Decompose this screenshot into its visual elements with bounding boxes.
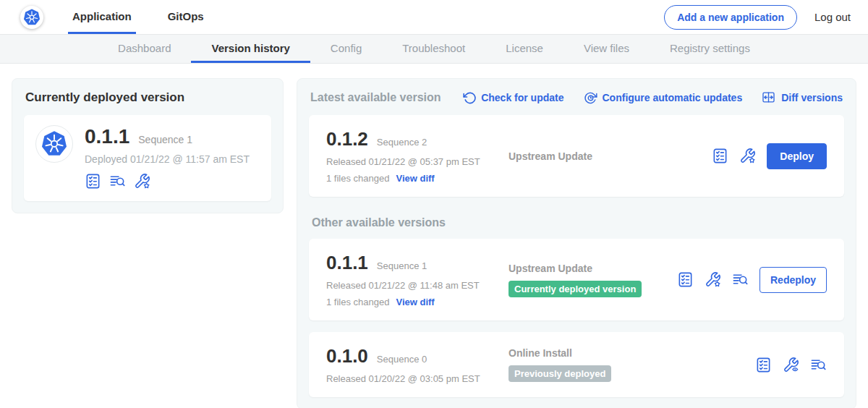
files-changed: 1 files changed — [326, 173, 389, 184]
version-info: 0.1.2 Sequence 2 Released 01/21/22 @ 05:… — [326, 128, 509, 184]
view-config-icon[interactable] — [783, 357, 799, 373]
version-row-0.1.2: 0.1.2 Sequence 2 Released 01/21/22 @ 05:… — [309, 115, 844, 197]
refresh-icon — [463, 91, 476, 104]
version-actions: Deploy — [712, 143, 827, 169]
logout-link[interactable]: Log out — [814, 11, 851, 23]
nav-item-label: GitOps — [168, 10, 204, 22]
primary-nav: Application GitOps — [68, 0, 236, 34]
check-for-update-label: Check for update — [481, 92, 563, 103]
deployed-sequence: Sequence 1 — [138, 134, 192, 145]
version-actions: Redeploy — [677, 267, 827, 293]
top-bar: Application GitOps Add a new application… — [0, 0, 868, 34]
deployed-version-info: 0.1.1 Sequence 1 Deployed 01/21/22 @ 11:… — [85, 125, 250, 190]
deployed-version-card: 0.1.1 Sequence 1 Deployed 01/21/22 @ 11:… — [24, 115, 271, 201]
check-for-update-link[interactable]: Check for update — [463, 90, 563, 105]
app-logo — [35, 125, 73, 163]
released-timestamp: Released 01/21/22 @ 11:48 am EST — [326, 280, 509, 291]
kubernetes-helm-icon — [40, 129, 69, 158]
preflight-checks-icon[interactable] — [677, 271, 694, 288]
diff-versions-label: Diff versions — [781, 92, 843, 103]
edit-config-icon[interactable] — [705, 271, 721, 288]
other-versions-title: Other available versions — [312, 216, 841, 229]
tab-license[interactable]: License — [485, 35, 563, 63]
version-row-0.1.1: 0.1.1 Sequence 1 Released 01/21/22 @ 11:… — [309, 239, 844, 320]
tab-label: Version history — [211, 42, 289, 54]
tab-label: Registry settings — [670, 42, 750, 54]
version-sequence: Sequence 2 — [377, 137, 427, 148]
app-logo-badge — [20, 6, 43, 29]
configure-auto-updates-label: Configure automatic updates — [603, 92, 743, 103]
diff-icon — [762, 90, 776, 105]
nav-item-gitops[interactable]: GitOps — [163, 0, 208, 34]
version-number: 0.1.0 — [326, 345, 368, 367]
files-changed: 1 files changed — [326, 297, 389, 307]
redeploy-button[interactable]: Redeploy — [760, 267, 827, 293]
version-sequence: Sequence 1 — [377, 260, 427, 271]
available-versions-header: Latest available version Check for updat… — [310, 90, 843, 105]
version-source: Upstream Update Currently deployed versi… — [509, 263, 677, 297]
available-versions-card: Latest available version Check for updat… — [297, 78, 856, 408]
nav-item-label: Application — [72, 10, 132, 22]
nav-item-application[interactable]: Application — [68, 0, 136, 34]
deployed-action-icons — [85, 173, 250, 190]
tab-troubleshoot[interactable]: Troubleshoot — [382, 35, 485, 63]
tab-label: Config — [331, 42, 362, 54]
version-number: 0.1.2 — [326, 128, 368, 150]
app-tab-bar: Dashboard Version history Config Trouble… — [0, 34, 868, 64]
edit-config-icon[interactable] — [134, 173, 150, 190]
edit-config-icon[interactable] — [739, 148, 756, 164]
kubernetes-helm-icon — [22, 8, 41, 27]
version-sequence: Sequence 0 — [377, 354, 427, 365]
version-info: 0.1.0 Sequence 0 Released 01/20/22 @ 03:… — [326, 345, 509, 384]
version-source: Upstream Update — [509, 150, 712, 162]
view-diff-link[interactable]: View diff — [396, 173, 434, 184]
top-bar-actions: Add a new application Log out — [664, 0, 851, 34]
version-number: 0.1.1 — [326, 252, 368, 274]
version-info: 0.1.1 Sequence 1 Released 01/21/22 @ 11:… — [326, 252, 509, 307]
kots-admin-console: Application GitOps Add a new application… — [0, 0, 868, 408]
version-actions — [755, 357, 827, 373]
tab-label: View files — [584, 42, 629, 54]
source-label: Upstream Update — [509, 150, 705, 162]
tab-config[interactable]: Config — [310, 35, 382, 63]
tab-label: License — [506, 42, 543, 54]
configure-auto-updates-link[interactable]: Configure automatic updates — [584, 90, 743, 105]
deployed-timestamp: Deployed 01/21/22 @ 11:57 am EST — [85, 153, 250, 165]
version-history-page: Currently deployed version — [0, 64, 868, 408]
preflight-checks-icon[interactable] — [712, 148, 728, 164]
tab-view-files[interactable]: View files — [563, 35, 650, 63]
clock-refresh-icon — [584, 91, 597, 105]
previously-deployed-badge: Previously deployed — [509, 365, 611, 382]
source-label: Upstream Update — [509, 263, 670, 274]
released-timestamp: Released 01/20/22 @ 03:05 pm EST — [326, 373, 509, 384]
tab-dashboard[interactable]: Dashboard — [98, 35, 191, 63]
source-label: Online Install — [509, 347, 748, 359]
version-row-0.1.0: 0.1.0 Sequence 0 Released 01/20/22 @ 03:… — [309, 332, 844, 397]
deploy-button[interactable]: Deploy — [767, 143, 827, 169]
add-application-button[interactable]: Add a new application — [664, 5, 797, 30]
currently-deployed-card: Currently deployed version — [12, 78, 284, 213]
deploy-logs-icon[interactable] — [810, 357, 827, 373]
preflight-checks-icon[interactable] — [755, 357, 772, 373]
currently-deployed-title: Currently deployed version — [25, 90, 270, 105]
currently-deployed-badge: Currently deployed version — [509, 281, 642, 297]
preflight-checks-icon[interactable] — [85, 173, 101, 190]
tab-label: Dashboard — [118, 42, 171, 54]
version-actions: Check for update Configure automatic upd… — [463, 90, 843, 105]
diff-versions-link[interactable]: Diff versions — [762, 90, 843, 105]
view-diff-link[interactable]: View diff — [396, 297, 434, 307]
tab-version-history[interactable]: Version history — [191, 35, 310, 63]
tab-label: Troubleshoot — [402, 42, 465, 54]
deploy-logs-icon[interactable] — [732, 271, 749, 288]
released-timestamp: Released 01/21/22 @ 05:37 pm EST — [326, 156, 509, 167]
tab-registry-settings[interactable]: Registry settings — [650, 35, 770, 63]
version-source: Online Install Previously deployed — [509, 347, 755, 382]
deployed-version-number: 0.1.1 — [85, 125, 129, 148]
latest-available-title: Latest available version — [310, 91, 441, 104]
deploy-logs-icon[interactable] — [109, 173, 126, 190]
